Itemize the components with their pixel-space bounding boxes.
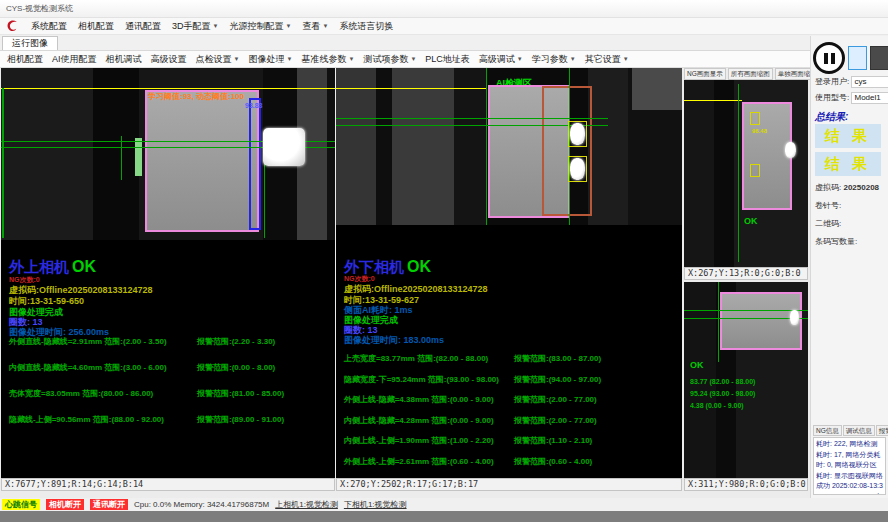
tab-debug-info[interactable]: 调试信息 [843, 425, 875, 436]
chevron-down-icon: ▼ [517, 56, 523, 62]
machine-structure [632, 68, 682, 110]
toolbar-plc-address[interactable]: PLC地址表 [425, 53, 470, 66]
menu-3d-config[interactable]: 3D手配置▼ [172, 20, 218, 33]
control-panel: 登录用户: cys 使用型号: Model1 总结果: 结 果 结 果 虚拟码:… [810, 36, 888, 498]
toolbar-test-params[interactable]: 测试项参数▼ [363, 53, 416, 66]
roi-block-overlay [145, 90, 259, 232]
toolbar-ai-config[interactable]: AI使用配置 [52, 53, 97, 66]
green-line-overlay [738, 84, 739, 262]
green-line-overlay [718, 282, 719, 362]
yellow-baseline-overlay [336, 88, 486, 89]
virtual-barcode-field: 虚拟码: 20250208 [815, 182, 879, 193]
tab-ng-display[interactable]: NG画面显示 [684, 68, 726, 80]
tab-run-image[interactable]: 运行图像 [2, 36, 58, 50]
camera-name: 外下相机 [344, 258, 404, 275]
result-ok-badge: OK [72, 258, 96, 275]
blue-measure-value: 93.88 [245, 102, 263, 109]
measurement-row: 外侧上线-上侧=2.61mm 范围:(0.60 - 4.00)报警范围:(0.6… [344, 450, 601, 468]
login-user-field: 登录用户: cys [815, 76, 888, 88]
admin-login-button[interactable] [870, 46, 888, 70]
needle-number-field: 卷针号: [815, 200, 841, 211]
measurement-row: 外侧上线-隐藏=4.38mm 范围:(0.00 - 9.00)报警范围:(2.0… [344, 388, 601, 406]
window-footer [0, 511, 888, 522]
login-user-value[interactable]: cys [851, 76, 888, 88]
menu-language-switch[interactable]: 系统语言切换 [339, 20, 393, 33]
camera-view-outer-bottom[interactable]: AI检测区 外下相机OK NG次数:0 虚拟码:Offline202502081… [336, 68, 682, 491]
pixel-readout-bar: X:311;Y:980;R:0;G:0;B:0 [684, 478, 808, 491]
thumb-measure-line: 83.77 (82.00 - 88.00) [690, 378, 755, 385]
thumbnail-view-top[interactable]: 98.48 OK X:267;Y:13;R:0;G:0;B:0 [684, 80, 808, 280]
camera-link-top[interactable]: 上相机1:视觉检测 [275, 499, 338, 510]
measurement-row: 上壳宽度=83.77mm 范围:(82.00 - 88.00)报警范围:(83.… [344, 347, 601, 365]
measurement-row: 内侧直线-隐藏线=4.60mm 范围:(3.00 - 6.00)报警范围:(0.… [9, 356, 284, 374]
camera-link-bottom[interactable]: 下相机1:视觉检测 [344, 499, 407, 510]
thumb-measure-line: 4.38 (0.00 - 9.00) [690, 402, 744, 409]
pause-button[interactable] [813, 42, 845, 74]
info-tab-row: NG信息 调试信息 报警信息 [813, 425, 888, 436]
toolbar-image-processing[interactable]: 图像处理▼ [248, 53, 292, 66]
toolbar: 相机配置 AI使用配置 相机调试 高级设置 点检设置▼ 图像处理▼ 基准线参数▼… [0, 51, 888, 68]
thumbnail-view-bottom[interactable]: OK 83.77 (82.00 - 88.00) 95.24 (93.00 - … [684, 282, 808, 491]
toolbar-advanced-debug[interactable]: 高级调试▼ [479, 53, 523, 66]
green-line-overlay [121, 136, 122, 180]
thumb-status: OK [690, 360, 704, 370]
measurement-row: 隐藏线-上侧=90.56mm 范围:(88.00 - 92.00)报警范围:(8… [9, 408, 284, 426]
measurement-list: 外侧直线-隐藏线=2.91mm 范围:(2.00 - 3.50)报警范围:(2.… [9, 330, 284, 434]
thumb-value-label: 98.48 [752, 128, 767, 134]
runtime-info-text: 耗时: 222, 网络检测耗时: 17, 网络分类耗时: 0, 网络视联分区耗时… [813, 437, 886, 495]
menu-view[interactable]: 查看▼ [302, 20, 328, 33]
needle-number-label: 卷针号: [815, 201, 841, 210]
toolbar-spot-check[interactable]: 点检设置▼ [196, 53, 240, 66]
toolbar-camera-debug[interactable]: 相机调试 [106, 53, 142, 66]
operator-login-button[interactable] [848, 46, 867, 70]
menu-camera-config[interactable]: 相机配置 [78, 20, 114, 33]
camera-name: 外上相机 [9, 258, 69, 275]
defect-box-overlay [750, 112, 760, 125]
blue-measure-rect-overlay [249, 98, 261, 230]
chevron-down-icon: ▼ [322, 23, 328, 29]
total-result-box-2: 结 果 [815, 152, 881, 176]
window-titlebar: CYS-视觉检测系统 [0, 0, 888, 18]
control-buttons [813, 42, 888, 74]
virtual-barcode-label: 虚拟码: [815, 183, 841, 192]
yellow-baseline-overlay [1, 88, 335, 89]
measurement-row: 外侧直线-隐藏线=2.91mm 范围:(2.00 - 3.50)报警范围:(2.… [9, 330, 284, 348]
defect-box-overlay [750, 164, 760, 177]
toolbar-camera-config[interactable]: 相机配置 [7, 53, 43, 66]
camera-view-outer-top[interactable]: 学习阈值:93, 动态阈值:100 93.88 外上相机OK NG次数:0 虚拟… [1, 68, 335, 491]
measurement-row: 内侧上线-上侧=1.90mm 范围:(1.00 - 2.20)报警范围:(1.1… [344, 429, 601, 447]
result-ok-badge: OK [407, 258, 431, 275]
tab-alarm-info[interactable]: 报警信息 [876, 425, 888, 436]
app-logo-icon [4, 19, 20, 33]
status-bar: 心跳信号 相机断开 通讯断开 Cpu: 0.0% Memory: 3424.41… [0, 498, 888, 511]
toolbar-baseline-params[interactable]: 基准线参数▼ [301, 53, 354, 66]
window-title: CYS-视觉检测系统 [6, 4, 73, 13]
toolbar-other-settings[interactable]: 其它设置▼ [585, 53, 629, 66]
menu-comm-config[interactable]: 通讯配置 [125, 20, 161, 33]
chevron-down-icon: ▼ [623, 56, 629, 62]
chevron-down-icon: ▼ [348, 56, 354, 62]
menu-system-config[interactable]: 系统配置 [31, 20, 67, 33]
green-baseline-overlay [336, 118, 608, 119]
toolbar-advanced-settings[interactable]: 高级设置 [151, 53, 187, 66]
qrcode-field: 二维码: [815, 218, 841, 229]
cpu-memory-readout: Cpu: 0.0% Memory: 3424.41796875M [134, 500, 269, 509]
barcode-write-count-field: 条码写数量: [815, 236, 857, 247]
total-result-box-1: 结 果 [815, 124, 881, 148]
menu-light-control[interactable]: 光源控制配置▼ [229, 20, 291, 33]
model-field: 使用型号: Model1 [815, 92, 888, 104]
chevron-down-icon: ▼ [234, 56, 240, 62]
tab-ng-info[interactable]: NG信息 [813, 425, 842, 436]
pause-icon [824, 53, 828, 64]
thumbnail-image-bottom: OK 83.77 (82.00 - 88.00) 95.24 (93.00 - … [684, 282, 808, 478]
model-value[interactable]: Model1 [851, 92, 888, 104]
tab-all-thumbnails[interactable]: 所有画面缩图 [728, 68, 773, 80]
measurement-list: 上壳宽度=83.77mm 范围:(82.00 - 88.00)报警范围:(83.… [344, 347, 601, 470]
process-time-line: 图像处理时间: 183.00ms [344, 334, 444, 347]
ai-region-rect-overlay [542, 86, 592, 216]
toolbar-learning-params[interactable]: 学习参数▼ [532, 53, 576, 66]
chevron-down-icon: ▼ [213, 23, 219, 29]
connector-part [263, 128, 305, 166]
measurement-row: 壳体宽度=83.05mm 范围:(80.00 - 86.00)报警范围:(81.… [9, 382, 284, 400]
chevron-down-icon: ▼ [410, 56, 416, 62]
